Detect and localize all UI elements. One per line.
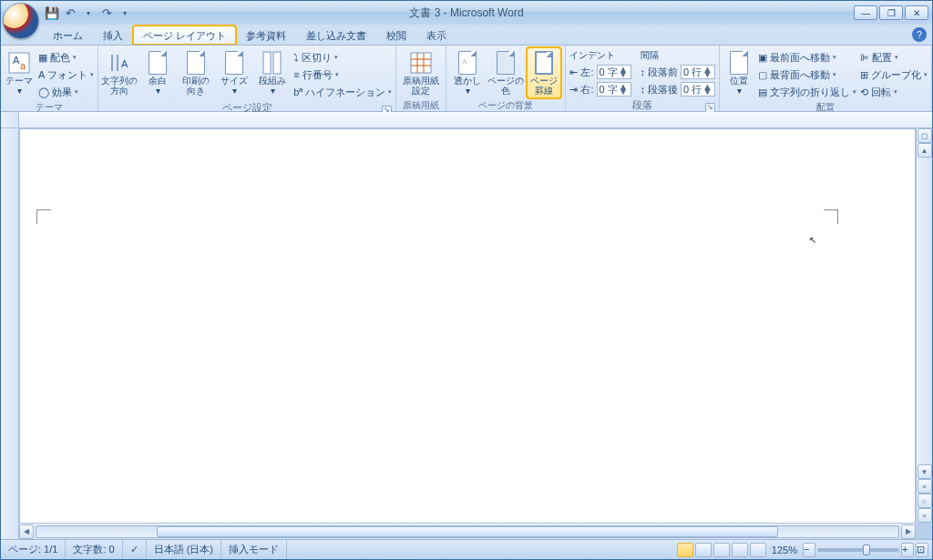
office-button[interactable] [3, 3, 39, 39]
size-button[interactable]: サイズ▾ [217, 47, 251, 98]
status-proofing[interactable]: ✓ [123, 540, 147, 559]
vertical-scrollbar[interactable]: ▢ ▲ ▼ « ○ » [916, 128, 932, 523]
space-after-input[interactable]: 0 行▲▼ [681, 82, 715, 97]
qat-undo[interactable]: ↶ [61, 4, 79, 22]
browse-object[interactable]: ○ [918, 494, 932, 508]
horizontal-scrollbar[interactable]: ◀ ▶ [19, 523, 916, 539]
hyphen-icon: bª [293, 87, 302, 97]
theme-colors[interactable]: ▦配色▾ [38, 49, 94, 66]
align-button: ⊫配置▾ [860, 49, 928, 66]
bring-front-button: ▣最前面へ移動▾ [758, 49, 856, 66]
tab-insert[interactable]: 挿入 [93, 25, 133, 45]
tab-mailings[interactable]: 差し込み文書 [296, 25, 376, 45]
status-word-count[interactable]: 文字数: 0 [66, 540, 122, 559]
vertical-ruler[interactable] [1, 112, 19, 539]
theme-effects[interactable]: ◯効果▾ [38, 84, 94, 100]
mouse-cursor-icon: ↖ [809, 235, 816, 245]
page-color-button[interactable]: ページの 色 [488, 47, 523, 98]
tab-view[interactable]: 表示 [416, 25, 456, 45]
zoom-slider[interactable] [817, 548, 899, 552]
close-button[interactable]: ✕ [905, 5, 928, 20]
scroll-down[interactable]: ▼ [918, 464, 932, 479]
tab-review[interactable]: 校閲 [376, 25, 416, 45]
indent-right-icon: ⇥ [569, 84, 578, 96]
scroll-right[interactable]: ▶ [901, 524, 916, 539]
maximize-button[interactable]: ❐ [879, 5, 903, 20]
svg-text:a: a [20, 60, 26, 71]
zoom-level[interactable]: 125% [772, 545, 797, 555]
check-icon: ✓ [130, 544, 138, 555]
watermark-button[interactable]: A透かし▾ [450, 47, 485, 98]
tab-references[interactable]: 参考資料 [236, 25, 296, 45]
view-full-screen[interactable] [695, 543, 712, 557]
themes-button[interactable]: Aa テーマ ▾ [5, 47, 35, 98]
rotate-button: ⟲回転▾ [860, 84, 928, 100]
status-page[interactable]: ページ: 1/1 [1, 540, 66, 559]
orientation-button[interactable]: 印刷の 向き [179, 47, 213, 98]
position-icon [726, 50, 752, 76]
scroll-left[interactable]: ◀ [19, 524, 34, 539]
ribbon-tabs: ホーム 挿入 ページ レイアウト 参考資料 差し込み文書 校閲 表示 ? [1, 25, 932, 45]
group-genko: 原稿用紙 設定 原稿用紙 [396, 46, 446, 111]
breaks-button[interactable]: ⤵区切り▾ [293, 49, 392, 66]
hyphenation-button[interactable]: bªハイフネーション▾ [293, 84, 392, 100]
tab-home[interactable]: ホーム [43, 25, 93, 45]
title-bar: 💾 ↶ ▾ ↷ ▾ 文書 3 - Microsoft Word — ❐ ✕ [1, 1, 932, 25]
browse-next[interactable]: » [918, 508, 932, 523]
view-print-layout[interactable] [677, 543, 693, 557]
zoom-fit[interactable]: ⊡ [916, 543, 928, 557]
browse-prev[interactable]: « [918, 479, 932, 494]
zoom-thumb[interactable] [863, 545, 870, 555]
qat-redo[interactable]: ↷ [97, 4, 116, 22]
rotate-icon: ⟲ [860, 87, 868, 98]
text-direction-button[interactable]: A文字列の 方向 [102, 47, 137, 98]
document-canvas[interactable]: ↖ [19, 128, 916, 539]
qat-customize[interactable]: ▾ [116, 4, 134, 22]
hscroll-thumb[interactable] [157, 526, 777, 537]
effects-icon: ◯ [38, 87, 49, 98]
help-button[interactable]: ? [912, 27, 927, 42]
view-outline[interactable] [732, 543, 748, 557]
document-area: ↖ ▢ ▲ ▼ « ○ » ◀ ▶ [1, 112, 932, 539]
theme-fonts[interactable]: Aフォント▾ [38, 66, 94, 83]
space-before-input[interactable]: 0 行▲▼ [681, 65, 715, 79]
line-numbers-button[interactable]: ≡行番号▾ [293, 66, 392, 83]
tab-page-layout[interactable]: ページ レイアウト [133, 25, 236, 45]
qat-save[interactable]: 💾 [43, 4, 61, 22]
indent-left-input[interactable]: 0 字▲▼ [597, 65, 631, 79]
columns-button[interactable]: 段組み▾ [255, 47, 290, 98]
margins-icon [145, 50, 170, 76]
view-web-layout[interactable] [713, 543, 730, 557]
dd-icon: ▾ [17, 86, 22, 96]
page-borders-button[interactable]: ページ 罫線 [527, 47, 561, 98]
space-before-icon: ↕ [641, 66, 646, 77]
margins-button[interactable]: 余白▾ [140, 47, 175, 98]
orientation-icon [183, 50, 209, 76]
page-margin-marker [824, 209, 838, 224]
breaks-icon: ⤵ [293, 52, 299, 63]
themes-icon: Aa [6, 50, 32, 76]
zoom-in[interactable]: + [901, 543, 914, 557]
genko-button[interactable]: 原稿用紙 設定 [400, 47, 442, 98]
indent-right-input[interactable]: 0 字▲▼ [597, 82, 631, 97]
status-insert-mode[interactable]: 挿入モード [221, 540, 287, 559]
space-after-icon: ↕ [641, 84, 646, 95]
group-page-setup: A文字列の 方向 余白▾ 印刷の 向き サイズ▾ 段組み▾ ⤵区切り▾ ≡行番号… [98, 46, 396, 111]
view-draft[interactable] [750, 543, 766, 557]
ruler-toggle[interactable]: ▢ [918, 128, 932, 143]
minimize-button[interactable]: — [854, 5, 877, 20]
group-arrange: 位置▾ ▣最前面へ移動▾ ▢最背面へ移動▾ ▤文字列の折り返し▾ ⊫配置▾ ⊞グ… [720, 46, 932, 111]
svg-rect-8 [411, 53, 431, 73]
columns-icon [260, 50, 285, 76]
send-back-button: ▢最背面へ移動▾ [758, 66, 856, 83]
group-icon: ⊞ [860, 69, 868, 81]
status-language[interactable]: 日本語 (日本) [147, 540, 221, 559]
text-wrap-button: ▤文字列の折り返し▾ [758, 84, 856, 100]
zoom-out[interactable]: − [803, 543, 815, 557]
line-numbers-icon: ≡ [293, 69, 299, 80]
indent-title: インデント [569, 49, 631, 63]
position-button: 位置▾ [723, 47, 754, 98]
horizontal-ruler[interactable] [19, 112, 932, 128]
scroll-up[interactable]: ▲ [918, 143, 932, 158]
qat-undo-dd[interactable]: ▾ [79, 4, 97, 22]
